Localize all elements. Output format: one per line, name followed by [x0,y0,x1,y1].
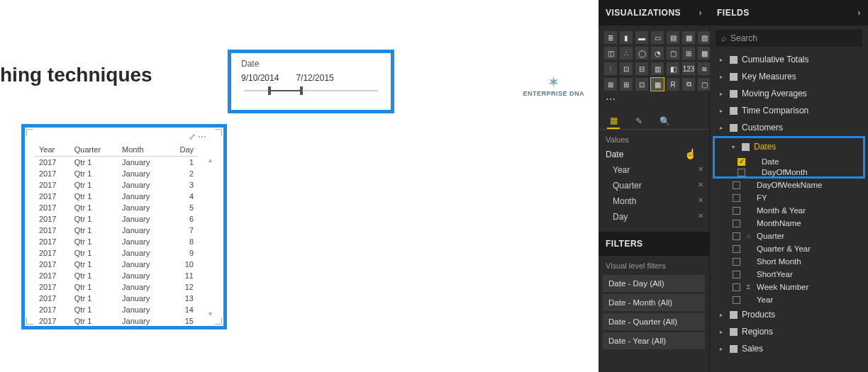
table-row[interactable]: 2017Qtr 1January15 [35,315,198,327]
table-row[interactable]: 2017Qtr 1January12 [35,281,198,293]
table-regions[interactable]: ▸Regions [710,323,868,340]
viz-type-26[interactable]: ⧉ [682,78,695,91]
values-field-day[interactable]: Day✕ [599,209,709,225]
filter-row[interactable]: Date - Quarter (All) [603,313,705,330]
checkbox-checked-icon[interactable] [738,158,745,166]
slicer-handle-end[interactable] [300,86,303,95]
viz-type-20[interactable]: ≋ [698,62,711,75]
checkbox-icon[interactable] [733,232,740,240]
table-row[interactable]: 2017Qtr 1January6 [35,213,198,225]
scroll-up-icon[interactable]: ▴ [208,156,212,164]
fields-well-tab[interactable]: ▦ [607,113,620,129]
values-field-year[interactable]: Year✕ [599,162,709,178]
col-quarter[interactable]: Quarter [70,143,118,157]
values-field-quarter[interactable]: Quarter✕ [599,178,709,193]
col-day[interactable]: Day [167,143,198,157]
col-month[interactable]: Month [118,143,167,157]
table-customers[interactable]: ▸Customers [710,119,868,136]
visual-options-icon[interactable]: ⤢ ⋯ [189,132,206,142]
viz-type-27[interactable]: ▢ [698,78,711,91]
remove-icon[interactable]: ✕ [698,212,703,220]
viz-type-6[interactable]: ▧ [698,31,711,44]
table-row[interactable]: 2017Qtr 1January3 [35,179,198,191]
table-row[interactable]: 2017Qtr 1January13 [35,293,198,304]
report-canvas[interactable]: hing techniques ENTERPRISE DNA Date 9/10… [0,0,599,372]
filter-row[interactable]: Date - Year (All) [603,332,705,349]
viz-type-9[interactable]: ◯ [635,47,648,60]
viz-type-12[interactable]: ⊞ [682,47,695,60]
table-sales[interactable]: ▸Sales [710,340,868,357]
slicer-handle-start[interactable] [268,86,271,95]
table-row[interactable]: 2017Qtr 1January9 [35,247,198,259]
viz-type-2[interactable]: ▬ [635,31,648,44]
date-table-visual[interactable]: ⤢ ⋯ ▴ ▾ YearQuarterMonthDay 2017Qtr 1Jan… [21,124,227,329]
checkbox-icon[interactable] [733,220,740,227]
viz-type-14[interactable]: ⋮ [604,62,617,75]
slicer-end[interactable]: 7/12/2015 [296,73,333,83]
table-row[interactable]: 2017Qtr 1January2 [35,168,198,179]
checkbox-icon[interactable] [733,296,740,304]
table-row[interactable]: 2017Qtr 1January11 [35,270,198,281]
field-shortyear[interactable]: ShortYear [710,268,868,281]
slicer-track[interactable] [244,90,378,91]
slicer-start[interactable]: 9/10/2014 [241,73,279,83]
format-tab[interactable]: ✎ [633,113,645,129]
viz-type-11[interactable]: ▢ [667,47,679,60]
field-quarter-year[interactable]: Quarter & Year [710,242,868,255]
table-row[interactable]: 2017Qtr 1January4 [35,191,198,202]
viz-type-10[interactable]: ◔ [651,47,664,60]
table-cumulative-totals[interactable]: ▸Cumulative Totals [710,51,868,68]
remove-icon[interactable]: ✕ [698,181,703,188]
fields-header[interactable]: FIELDS› [710,0,868,26]
viz-type-16[interactable]: ⊟ [635,62,648,75]
remove-icon[interactable]: ✕ [698,196,703,204]
viz-type-5[interactable]: ▦ [682,31,695,44]
filters-header[interactable]: FILTERS [599,232,709,256]
more-visuals-icon[interactable]: ⋯ [599,94,709,109]
table-row[interactable]: 2017Qtr 1January7 [35,225,198,236]
viz-type-19[interactable]: 123 [682,62,695,75]
visualizations-header[interactable]: VISUALIZATIONS› [599,0,709,26]
viz-type-3[interactable]: ▭ [651,31,664,44]
checkbox-icon[interactable] [733,283,740,291]
field-monthname[interactable]: MonthName [710,217,868,230]
viz-type-25[interactable]: R [667,78,679,91]
checkbox-icon[interactable] [733,207,740,215]
field-quarter[interactable]: ⌂Quarter [710,230,868,242]
checkbox-icon[interactable] [733,181,740,189]
table-row[interactable]: 2017Qtr 1January14 [35,304,198,315]
table-row[interactable]: 2017Qtr 1January8 [35,236,198,247]
viz-type-15[interactable]: ⊡ [620,62,633,75]
table-row[interactable]: 2017Qtr 1January1 [35,157,198,169]
col-year[interactable]: Year [35,143,70,157]
field-week-number[interactable]: ΣWeek Number [710,281,868,293]
field-dayofmonth[interactable]: DayOfMonth [715,168,863,176]
field-fy[interactable]: FY [710,191,868,204]
viz-type-4[interactable]: ▤ [667,31,679,44]
table-moving-averages[interactable]: ▸Moving Averages [710,85,868,102]
analytics-tab[interactable]: 🔍 [658,113,671,129]
viz-type-13[interactable]: ▩ [698,47,711,60]
checkbox-icon[interactable] [733,258,740,266]
viz-type-8[interactable]: ∴ [620,47,633,60]
table-key-measures[interactable]: ▸Key Measures [710,68,868,85]
remove-icon[interactable]: ✕ [698,165,703,173]
viz-type-21[interactable]: ⊠ [604,78,617,91]
field-dayofweekname[interactable]: DayOfWeekName [710,179,868,191]
values-field-month[interactable]: Month✕ [599,193,709,209]
scroll-down-icon[interactable]: ▾ [208,310,212,317]
values-field-date[interactable]: Date ☝ [599,147,709,162]
table-products[interactable]: ▸Products [710,306,868,323]
viz-type-22[interactable]: ⊞ [620,78,633,91]
viz-type-7[interactable]: ◫ [604,47,617,60]
table-dates[interactable]: ▾Dates [715,138,863,155]
filter-row[interactable]: Date - Month (All) [603,294,705,311]
viz-type-24[interactable]: ▦ [651,78,664,91]
viz-type-23[interactable]: ⊡ [635,78,648,91]
filter-row[interactable]: Date - Day (All) [603,275,705,292]
checkbox-icon[interactable] [733,245,740,253]
checkbox-icon[interactable] [738,169,745,176]
field-month-year[interactable]: Month & Year [710,204,868,217]
date-slicer[interactable]: Date 9/10/2014 7/12/2015 [228,50,394,113]
viz-type-0[interactable]: ≣ [604,31,617,44]
